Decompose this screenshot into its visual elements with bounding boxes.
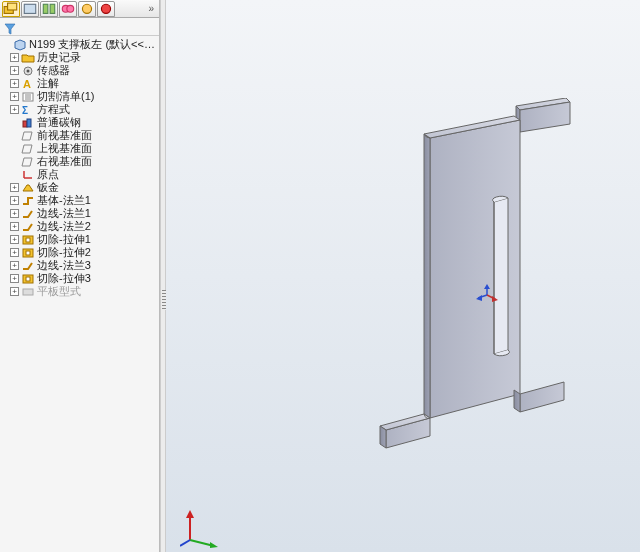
- cutlist-icon: [21, 91, 35, 103]
- origin-icon: [21, 169, 35, 181]
- tree-item-sensors[interactable]: + 传感器: [2, 64, 159, 77]
- tree-item-material[interactable]: 普通碳钢: [2, 116, 159, 129]
- expand-icon[interactable]: +: [10, 261, 19, 270]
- expand-icon[interactable]: +: [10, 248, 19, 257]
- svg-point-10: [27, 69, 30, 72]
- feature-tree: N199 支撑板左 (默认<<默认>_显 + 历史记录 + 传感器 + A 注解…: [0, 36, 159, 302]
- tree-item-front-plane[interactable]: 前视基准面: [2, 129, 159, 142]
- material-icon: [21, 117, 35, 129]
- svg-point-6: [67, 5, 74, 12]
- svg-rect-24: [26, 251, 30, 255]
- edgeflange-icon: [21, 221, 35, 233]
- sheetmetal-icon: [21, 182, 35, 194]
- expand-icon[interactable]: +: [10, 105, 19, 114]
- svg-text:Σ: Σ: [22, 105, 28, 116]
- cut-icon: [21, 247, 35, 259]
- feature-manager-panel: » N199 支撑板左 (默认<<默认>_显 + 历史记录 + 传感器: [0, 0, 160, 552]
- tab-property-manager[interactable]: [21, 1, 39, 17]
- tree-root[interactable]: N199 支撑板左 (默认<<默认>_显: [2, 38, 159, 51]
- expand-icon[interactable]: +: [10, 79, 19, 88]
- graphics-viewport[interactable]: [166, 0, 640, 552]
- svg-point-7: [82, 4, 91, 13]
- filter-icon[interactable]: [4, 21, 16, 33]
- svg-rect-18: [27, 119, 31, 127]
- expand-icon[interactable]: +: [10, 66, 19, 75]
- expand-icon[interactable]: +: [10, 222, 19, 231]
- tab-dimxpert-manager[interactable]: [59, 1, 77, 17]
- sensor-icon: [21, 65, 35, 77]
- annotation-icon: A: [21, 78, 35, 90]
- equation-icon: Σ: [21, 104, 35, 116]
- svg-marker-37: [210, 542, 218, 548]
- tree-item-base-flange-1[interactable]: + 基体-法兰1: [2, 194, 159, 207]
- edgeflange-icon: [21, 260, 35, 272]
- tree-item-cut-extrude-2[interactable]: + 切除-拉伸2: [2, 246, 159, 259]
- tree-item-cut-extrude-1[interactable]: + 切除-拉伸1: [2, 233, 159, 246]
- tree-item-cutlist[interactable]: + 切割清单(1): [2, 90, 159, 103]
- tree-filter-bar: [0, 18, 159, 36]
- expand-icon[interactable]: +: [10, 287, 19, 296]
- tree-item-flat-pattern[interactable]: + 平板型式: [2, 285, 159, 298]
- origin-triad-icon: [476, 284, 498, 306]
- tab-feature-manager[interactable]: [2, 1, 20, 17]
- tree-root-label: N199 支撑板左 (默认<<默认>_显: [29, 38, 159, 51]
- tab-display-manager[interactable]: [78, 1, 96, 17]
- folder-icon: [21, 52, 35, 64]
- part-model: [366, 98, 594, 458]
- cut-icon: [21, 234, 35, 246]
- plane-icon: [21, 130, 35, 142]
- part-icon: [13, 39, 27, 51]
- expand-icon[interactable]: +: [10, 209, 19, 218]
- tree-item-history[interactable]: + 历史记录: [2, 51, 159, 64]
- view-orientation-triad[interactable]: [180, 508, 220, 548]
- edgeflange-icon: [21, 208, 35, 220]
- expand-icon[interactable]: +: [10, 196, 19, 205]
- svg-rect-17: [23, 121, 27, 127]
- svg-rect-3: [43, 4, 48, 13]
- svg-rect-2: [24, 4, 35, 13]
- svg-rect-27: [23, 289, 33, 295]
- svg-rect-1: [8, 3, 17, 10]
- tab-expand-button[interactable]: »: [145, 3, 157, 14]
- cut-icon: [21, 273, 35, 285]
- plane-icon: [21, 143, 35, 155]
- expand-icon[interactable]: +: [10, 53, 19, 62]
- baseflange-icon: [21, 195, 35, 207]
- panel-tabstrip: »: [0, 0, 159, 18]
- svg-rect-4: [50, 4, 55, 13]
- svg-line-38: [180, 540, 190, 546]
- svg-marker-31: [476, 295, 482, 301]
- expand-icon[interactable]: +: [10, 235, 19, 244]
- svg-text:A: A: [23, 78, 31, 90]
- svg-marker-35: [186, 510, 194, 518]
- tab-appearance[interactable]: [97, 1, 115, 17]
- svg-rect-22: [26, 238, 30, 242]
- tree-item-origin[interactable]: 原点: [2, 168, 159, 181]
- tree-item-right-plane[interactable]: 右视基准面: [2, 155, 159, 168]
- tab-configuration-manager[interactable]: [40, 1, 58, 17]
- plane-icon: [21, 156, 35, 168]
- svg-marker-29: [484, 284, 490, 289]
- svg-marker-33: [492, 296, 498, 302]
- svg-point-8: [101, 4, 110, 13]
- svg-rect-26: [26, 277, 30, 281]
- tree-item-edge-flange-3[interactable]: + 边线-法兰3: [2, 259, 159, 272]
- tree-item-top-plane[interactable]: 上视基准面: [2, 142, 159, 155]
- expand-icon[interactable]: +: [10, 92, 19, 101]
- tree-item-cut-extrude-3[interactable]: + 切除-拉伸3: [2, 272, 159, 285]
- tree-item-edge-flange-1[interactable]: + 边线-法兰1: [2, 207, 159, 220]
- tree-item-edge-flange-2[interactable]: + 边线-法兰2: [2, 220, 159, 233]
- tree-item-equations[interactable]: + Σ 方程式: [2, 103, 159, 116]
- expand-icon[interactable]: +: [10, 183, 19, 192]
- tree-item-sheetmetal[interactable]: + 钣金: [2, 181, 159, 194]
- tree-item-annotations[interactable]: + A 注解: [2, 77, 159, 90]
- flatpattern-icon: [21, 286, 35, 298]
- expand-icon[interactable]: +: [10, 274, 19, 283]
